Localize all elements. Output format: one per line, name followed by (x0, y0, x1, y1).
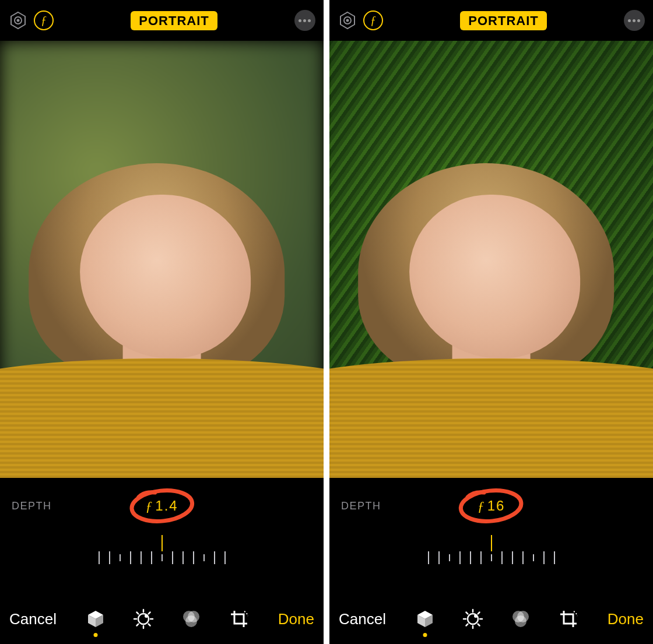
mode-badge[interactable]: PORTRAIT (460, 11, 546, 30)
phone-left: ƒ PORTRAIT DEPTH ƒ1.4 (0, 0, 324, 644)
svg-point-8 (145, 614, 148, 618)
svg-line-15 (136, 624, 138, 626)
more-icon[interactable] (294, 10, 315, 31)
svg-point-19 (185, 615, 197, 627)
portrait-subject (329, 163, 653, 478)
svg-point-2 (17, 19, 20, 22)
bottom-toolbar: Cancel (0, 596, 324, 644)
photo-preview[interactable] (0, 41, 324, 478)
aperture-value: ƒ1.4 (145, 498, 178, 514)
filters-circles-icon[interactable] (510, 607, 532, 631)
depth-slider[interactable] (341, 535, 641, 570)
bottom-toolbar: Cancel (329, 596, 653, 644)
top-bar: ƒ PORTRAIT (329, 0, 653, 41)
aperture-f-icon[interactable]: ƒ (363, 10, 383, 30)
top-bar: ƒ PORTRAIT (0, 0, 324, 41)
svg-point-22 (346, 19, 349, 22)
svg-line-16 (149, 613, 150, 614)
adjust-dial-icon[interactable] (132, 607, 155, 631)
adjust-dial-icon[interactable] (462, 607, 484, 631)
cancel-button[interactable]: Cancel (339, 610, 386, 628)
edit-controls: DEPTH ƒ1.4 (0, 478, 324, 596)
more-icon[interactable] (624, 10, 645, 31)
depth-label: DEPTH (12, 500, 52, 512)
done-button[interactable]: Done (278, 610, 314, 628)
slider-indicator (162, 535, 163, 551)
lighting-cube-icon[interactable] (85, 607, 107, 631)
mode-badge[interactable]: PORTRAIT (131, 11, 217, 30)
cancel-button[interactable]: Cancel (9, 610, 57, 628)
svg-line-14 (149, 624, 150, 626)
photo-preview[interactable] (329, 41, 653, 478)
slider-ticks (99, 551, 226, 564)
done-button[interactable]: Done (608, 610, 644, 628)
crop-rotate-icon[interactable] (228, 607, 250, 631)
edit-controls: DEPTH ƒ16 (329, 478, 653, 596)
slider-indicator (491, 535, 492, 551)
portrait-lighting-icon[interactable] (8, 10, 28, 30)
lighting-cube-icon[interactable] (414, 607, 436, 631)
depth-slider[interactable] (12, 535, 312, 570)
filters-circles-icon[interactable] (180, 607, 202, 631)
phone-right: ƒ PORTRAIT DEPTH ƒ16 (329, 0, 653, 644)
aperture-value: ƒ16 (478, 498, 505, 514)
portrait-lighting-icon[interactable] (338, 10, 357, 30)
svg-line-13 (136, 613, 138, 614)
svg-line-33 (466, 613, 468, 614)
depth-label: DEPTH (341, 500, 381, 512)
crop-rotate-icon[interactable] (557, 607, 580, 631)
active-indicator-dot (93, 633, 97, 637)
svg-line-36 (478, 613, 480, 614)
svg-point-28 (474, 614, 478, 618)
portrait-subject (0, 163, 324, 478)
aperture-f-icon[interactable]: ƒ (34, 10, 54, 30)
slider-ticks (428, 551, 555, 564)
svg-line-35 (466, 624, 468, 626)
svg-line-34 (478, 624, 480, 626)
active-indicator-dot (423, 633, 427, 637)
svg-point-39 (515, 615, 526, 627)
